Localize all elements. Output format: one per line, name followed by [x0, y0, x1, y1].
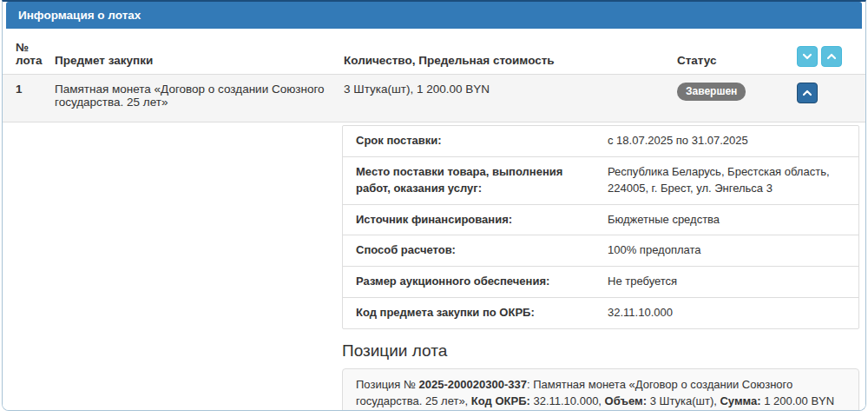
detail-value: 32.11.10.000 [608, 305, 845, 321]
sort-descending-button[interactable] [797, 46, 818, 67]
detail-row-delivery-place: Место поставки товара, выполнения работ,… [343, 156, 858, 204]
detail-value: Не требуется [608, 274, 845, 290]
detail-label: Код предмета закупки по ОКРБ: [356, 305, 608, 321]
detail-label: Срок поставки: [356, 133, 608, 149]
detail-label: Источник финансирования: [356, 212, 608, 228]
column-header-quantity-cost: Количество, Предельная стоимость [344, 54, 677, 67]
position-okrb-value: 32.11.10.000, [530, 394, 605, 407]
lot-number-cell: 1 [16, 83, 55, 96]
detail-label: Размер аукционного обеспечения: [356, 274, 608, 290]
position-item: Позиция № 2025-200020300-337: Памятная м… [342, 368, 859, 411]
detail-row-payment-method: Способ расчетов: 100% предоплата [343, 235, 858, 266]
lot-details-table: Срок поставки: с 18.07.2025 по 31.07.202… [342, 125, 859, 329]
position-volume-value: 3 Штука(шт), [647, 394, 720, 407]
lot-details-section: Срок поставки: с 18.07.2025 по 31.07.202… [3, 122, 865, 411]
position-sum-label: Сумма: [720, 394, 760, 407]
position-sum-value: 1 200.00 BYN [761, 394, 835, 407]
chevron-up-icon [801, 87, 813, 99]
detail-value: 100% предоплата [608, 242, 845, 259]
detail-value: Бюджетные средства [608, 212, 845, 228]
lots-table-header: № лота Предмет закупки Количество, Преде… [3, 29, 865, 74]
panel-title: Информация о лотах [6, 2, 862, 29]
lot-row: 1 Памятная монета «Договор о создании Со… [3, 74, 865, 122]
chevron-up-icon [825, 50, 838, 63]
detail-value: Республика Беларусь, Брестская область, … [608, 164, 845, 197]
collapse-lot-details-button[interactable] [797, 83, 818, 103]
sort-ascending-button[interactable] [821, 46, 842, 67]
lot-subject-cell: Памятная монета «Договор о создании Союз… [55, 83, 344, 109]
chevron-down-icon [801, 50, 813, 63]
column-header-lot-number: № лота [16, 41, 55, 67]
column-header-status: Статус [677, 54, 797, 67]
detail-label: Способ расчетов: [356, 242, 608, 259]
position-prefix: Позиция № [356, 378, 419, 391]
position-number: 2025-200020300-337 [419, 378, 527, 391]
detail-row-auction-security: Размер аукционного обеспечения: Не требу… [343, 266, 858, 297]
position-okrb-label: Код ОКРБ: [471, 394, 530, 407]
lots-panel: Информация о лотах № лота Предмет закупк… [2, 0, 866, 411]
positions-section-title: Позиции лота [342, 341, 865, 361]
position-volume-label: Объем: [605, 394, 647, 407]
detail-value: с 18.07.2025 по 31.07.2025 [608, 133, 845, 149]
detail-label: Место поставки товара, выполнения работ,… [356, 164, 608, 197]
lot-quantity-cost-cell: 3 Штука(шт), 1 200.00 BYN [344, 83, 677, 96]
detail-row-delivery-period: Срок поставки: с 18.07.2025 по 31.07.202… [343, 126, 858, 156]
column-header-subject: Предмет закупки [55, 54, 344, 67]
detail-row-okrb-code: Код предмета закупки по ОКРБ: 32.11.10.0… [343, 297, 858, 328]
status-badge: Завершен [677, 83, 746, 101]
detail-row-funding-source: Источник финансирования: Бюджетные средс… [343, 204, 858, 235]
